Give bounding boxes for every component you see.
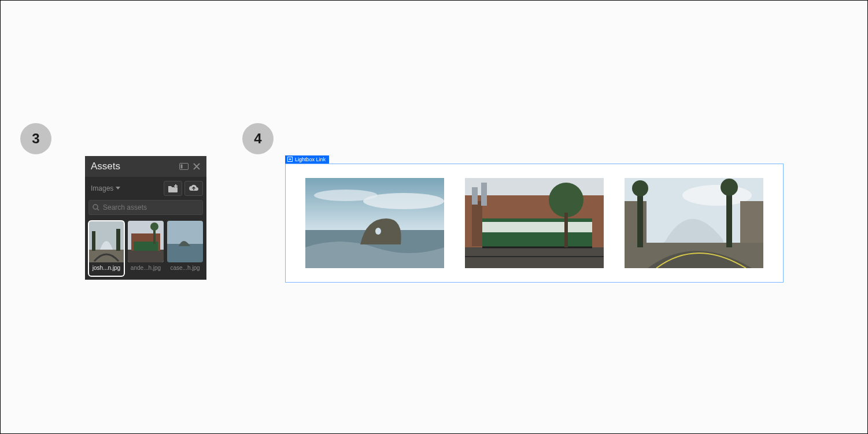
svg-rect-16 (167, 221, 203, 244)
lightbox-image[interactable] (465, 178, 604, 268)
lightbox-link-element[interactable] (285, 164, 784, 283)
svg-point-42 (632, 180, 648, 196)
pin-panel-icon[interactable] (178, 160, 190, 173)
svg-rect-39 (625, 201, 647, 247)
element-badge[interactable]: Lightbox Link (285, 155, 329, 164)
svg-rect-17 (167, 244, 203, 262)
assets-panel-header: Assets (85, 156, 206, 177)
svg-point-4 (93, 205, 98, 209)
asset-thumbnail-image (128, 221, 164, 262)
svg-point-33 (549, 183, 583, 217)
lightbox-link-selection: Lightbox Link (285, 154, 784, 283)
search-icon (93, 204, 99, 211)
svg-rect-31 (482, 222, 592, 232)
svg-line-5 (97, 209, 99, 210)
svg-point-21 (314, 190, 378, 201)
step-badge-3: 3 (20, 123, 51, 154)
svg-rect-11 (128, 250, 164, 262)
svg-rect-38 (740, 201, 763, 247)
svg-rect-27 (472, 201, 482, 246)
assets-panel: Assets Images (85, 156, 206, 280)
asset-thumbnail-caption: case...h.jpg (167, 265, 203, 271)
close-icon[interactable] (190, 160, 203, 173)
asset-thumbnail[interactable]: case...h.jpg (167, 221, 203, 276)
assets-thumbnail-row: josh...n.jpg ande...h.jpg (85, 218, 206, 280)
svg-rect-8 (92, 231, 95, 251)
asset-thumbnail[interactable]: ande...h.jpg (128, 221, 164, 276)
svg-rect-3 (174, 186, 178, 187)
caret-down-icon (116, 187, 120, 190)
svg-point-23 (375, 228, 381, 235)
upload-button[interactable] (184, 181, 203, 196)
lightbox-image[interactable] (625, 178, 763, 268)
asset-thumbnail-caption: ande...h.jpg (128, 265, 164, 271)
svg-rect-34 (564, 213, 568, 247)
folder-plus-icon (168, 184, 178, 192)
step-badge-4: 4 (242, 123, 274, 154)
assets-search-row (85, 200, 206, 218)
asset-thumbnail-image (167, 221, 203, 262)
element-badge-label: Lightbox Link (295, 157, 326, 162)
asset-thumbnail[interactable]: josh...n.jpg (88, 221, 124, 276)
lightbox-icon (287, 157, 293, 162)
assets-search-box[interactable] (88, 200, 203, 215)
cloud-upload-icon (189, 184, 199, 192)
asset-thumbnail-image (88, 221, 124, 262)
lightbox-image[interactable] (305, 178, 444, 268)
svg-rect-1 (181, 165, 183, 169)
asset-type-filter-label: Images (91, 184, 113, 192)
new-folder-button[interactable] (164, 181, 182, 196)
asset-type-filter[interactable]: Images (91, 184, 161, 192)
svg-rect-9 (116, 229, 120, 251)
svg-rect-29 (481, 183, 487, 206)
svg-point-44 (721, 179, 738, 196)
assets-panel-title: Assets (91, 161, 178, 172)
assets-search-input[interactable] (103, 203, 199, 212)
svg-rect-28 (472, 187, 478, 205)
assets-toolbar: Images (85, 177, 206, 200)
svg-point-15 (150, 222, 158, 231)
asset-thumbnail-caption: josh...n.jpg (88, 265, 124, 271)
